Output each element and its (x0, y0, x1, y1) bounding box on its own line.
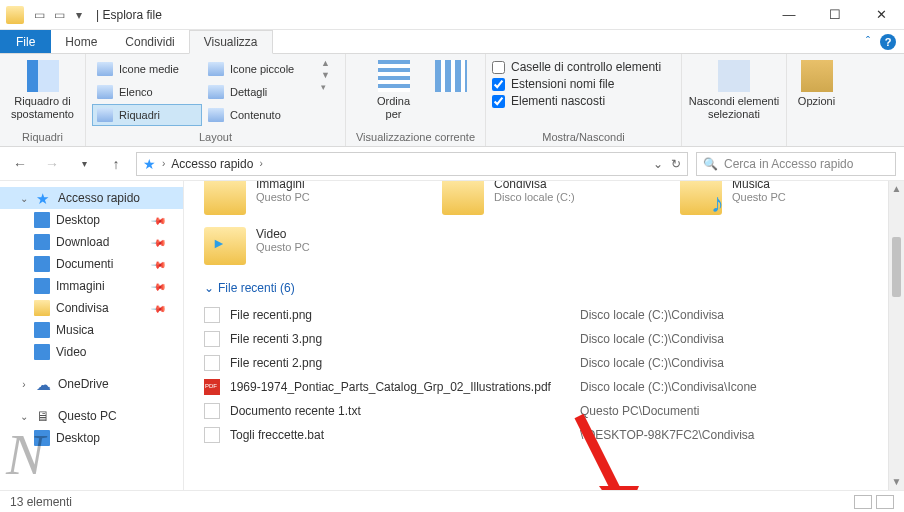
file-menu[interactable]: File (0, 30, 51, 53)
file-row[interactable]: File recenti.pngDisco locale (C:)\Condiv… (204, 303, 878, 327)
check-item-checkboxes[interactable]: Caselle di controllo elementi (492, 60, 661, 74)
file-row[interactable]: File recenti 3.pngDisco locale (C:)\Cond… (204, 327, 878, 351)
layout-expand-icon[interactable]: ▾ (321, 82, 330, 92)
tab-share[interactable]: Condividi (111, 30, 188, 53)
navigation-tree[interactable]: ⌄ ★ Accesso rapido Desktop📌Download📌Docu… (0, 181, 184, 490)
svg-marker-1 (599, 486, 639, 490)
content-pane[interactable]: ImmaginiQuesto PCCondivisaDisco locale (… (184, 181, 888, 490)
layout-list[interactable]: Elenco (92, 81, 202, 103)
file-row[interactable]: Documento recente 1.txtQuesto PC\Documen… (204, 399, 878, 423)
desktop-icon (34, 430, 50, 446)
close-button[interactable]: ✕ (858, 0, 904, 30)
sidebar-item-condivisa[interactable]: Condivisa📌 (0, 297, 183, 319)
folder-tile[interactable]: ImmaginiQuesto PC (204, 181, 402, 215)
layout-details[interactable]: Dettagli (203, 81, 313, 103)
check-hidden[interactable]: Elementi nascosti (492, 94, 661, 108)
pin-icon: 📌 (151, 300, 167, 316)
up-button[interactable]: ↑ (104, 152, 128, 176)
sidebar-item-musica[interactable]: Musica (0, 319, 183, 341)
chevron-right-icon[interactable]: › (18, 379, 30, 390)
file-icon (204, 427, 220, 443)
file-icon (204, 379, 220, 395)
help-icon[interactable]: ? (880, 34, 896, 50)
qat-newfolder-icon[interactable]: ▭ (50, 6, 68, 24)
nav-onedrive[interactable]: › ☁ OneDrive (0, 373, 183, 395)
breadcrumb-chevron-icon[interactable]: › (259, 158, 262, 169)
nav-item-icon (34, 234, 50, 250)
nav-quick-access[interactable]: ⌄ ★ Accesso rapido (0, 187, 183, 209)
folder-icon (6, 6, 24, 24)
layout-content[interactable]: Contenuto (203, 104, 313, 126)
scroll-up-icon[interactable]: ▲ (889, 181, 904, 197)
columns-button[interactable] (431, 58, 471, 92)
sidebar-item-immagini[interactable]: Immagini📌 (0, 275, 183, 297)
address-dropdown-icon[interactable]: ⌄ (653, 157, 663, 171)
search-input[interactable]: 🔍 Cerca in Accesso rapido (696, 152, 896, 176)
breadcrumb[interactable]: Accesso rapido (171, 157, 253, 171)
ribbon-group-panes: Riquadri (0, 131, 85, 146)
nav-this-pc[interactable]: ⌄ 🖥 Questo PC (0, 405, 183, 427)
back-button[interactable]: ← (8, 152, 32, 176)
qat-properties-icon[interactable]: ▭ (30, 6, 48, 24)
sort-button[interactable]: Ordina per (361, 58, 427, 121)
hide-selected-button[interactable]: Nascondi elementi selezionati (688, 58, 780, 121)
scroll-down-icon[interactable]: ▼ (889, 474, 904, 490)
layout-medium-icons[interactable]: Icone medie (92, 58, 202, 80)
qat-dropdown-icon[interactable]: ▾ (70, 6, 88, 24)
breadcrumb-chevron-icon[interactable]: › (162, 158, 165, 169)
nav-item-icon (34, 322, 50, 338)
layout-tiles[interactable]: Riquadri (92, 104, 202, 126)
sort-icon (378, 60, 410, 92)
view-large-icon[interactable] (876, 495, 894, 509)
options-button[interactable]: Opzioni (793, 58, 840, 108)
view-details-icon[interactable] (854, 495, 872, 509)
folder-tile[interactable]: MusicaQuesto PC (680, 181, 878, 215)
recent-files-header[interactable]: ⌄ File recenti (6) (204, 281, 878, 295)
navigation-pane-button[interactable]: Riquadro di spostamento (10, 58, 76, 121)
folder-tile[interactable]: CondivisaDisco locale (C:) (442, 181, 640, 215)
nav-item-icon (34, 256, 50, 272)
window-title: Esplora file (102, 8, 161, 22)
pin-icon: 📌 (151, 278, 167, 294)
minimize-button[interactable]: — (766, 0, 812, 30)
nav-item-icon (34, 300, 50, 316)
sidebar-item-documenti[interactable]: Documenti📌 (0, 253, 183, 275)
pin-icon: 📌 (151, 234, 167, 250)
star-icon: ★ (36, 190, 52, 206)
folder-icon (680, 181, 722, 215)
tab-view[interactable]: Visualizza (189, 30, 273, 54)
columns-icon (435, 60, 467, 92)
nav-desktop-pc[interactable]: Desktop (0, 427, 183, 449)
address-bar[interactable]: ★ › Accesso rapido › ⌄ ↻ (136, 152, 688, 176)
sidebar-item-video[interactable]: Video (0, 341, 183, 363)
navigation-pane-icon (27, 60, 59, 92)
chevron-down-icon[interactable]: ⌄ (18, 411, 30, 422)
layout-small-icons[interactable]: Icone piccole (203, 58, 313, 80)
tab-home[interactable]: Home (51, 30, 111, 53)
sidebar-item-download[interactable]: Download📌 (0, 231, 183, 253)
ribbon-group-layout: Layout (86, 131, 345, 146)
hide-icon (718, 60, 750, 92)
folder-tile[interactable]: VideoQuesto PC (204, 227, 404, 265)
file-icon (204, 355, 220, 371)
refresh-icon[interactable]: ↻ (671, 157, 681, 171)
search-icon: 🔍 (703, 157, 718, 171)
scroll-thumb[interactable] (892, 237, 901, 297)
layout-scroll-up-icon[interactable]: ▲ (321, 58, 330, 68)
collapse-ribbon-icon[interactable]: ˆ (866, 35, 870, 49)
sidebar-item-desktop[interactable]: Desktop📌 (0, 209, 183, 231)
monitor-icon: 🖥 (36, 408, 52, 424)
file-row[interactable]: Togli freccette.bat\\DESKTOP-98K7FC2\Con… (204, 423, 878, 447)
folder-icon (204, 227, 246, 265)
folder-icon (204, 181, 246, 215)
file-row[interactable]: File recenti 2.pngDisco locale (C:)\Cond… (204, 351, 878, 375)
forward-button[interactable]: → (40, 152, 64, 176)
status-item-count: 13 elementi (10, 495, 72, 509)
recent-locations-button[interactable]: ▾ (72, 152, 96, 176)
chevron-down-icon[interactable]: ⌄ (18, 193, 30, 204)
layout-scroll-down-icon[interactable]: ▼ (321, 70, 330, 80)
vertical-scrollbar[interactable]: ▲ ▼ (888, 181, 904, 490)
file-row[interactable]: 1969-1974_Pontiac_Parts_Catalog_Grp_02_I… (204, 375, 878, 399)
check-extensions[interactable]: Estensioni nomi file (492, 77, 661, 91)
maximize-button[interactable]: ☐ (812, 0, 858, 30)
